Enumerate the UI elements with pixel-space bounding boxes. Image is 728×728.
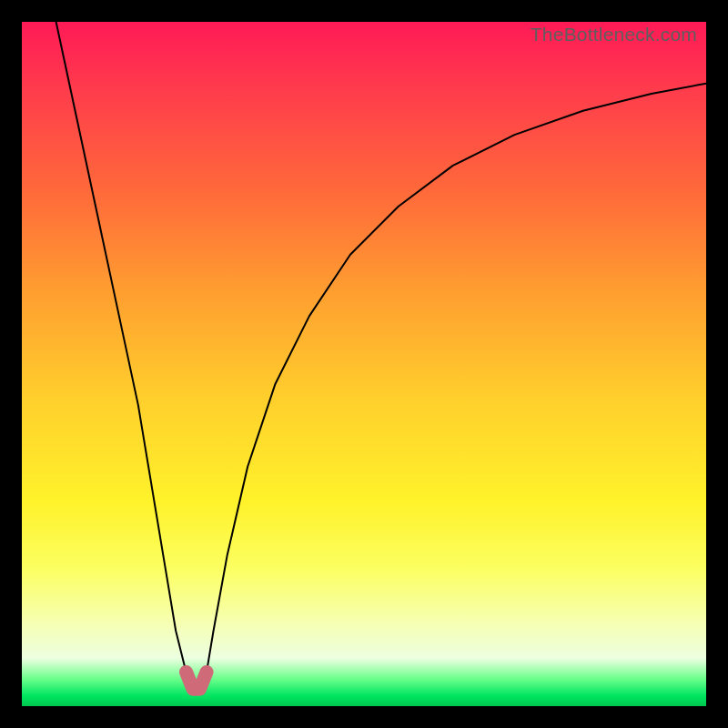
curve-svg [22,22,706,706]
watermark-text: TheBottleneck.com [531,24,697,46]
bottleneck-curve [56,22,706,689]
chart-frame: TheBottleneck.com [22,22,706,706]
highlight-minimum [186,672,207,689]
